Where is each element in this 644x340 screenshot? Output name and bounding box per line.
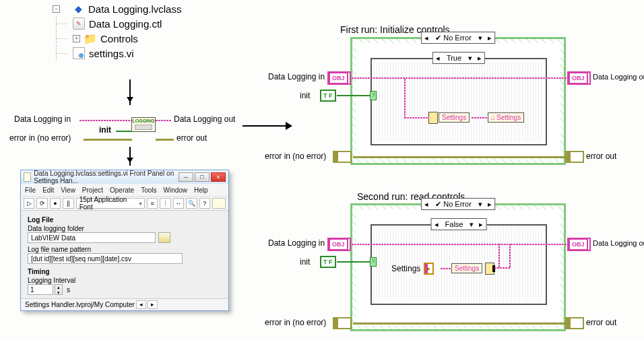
selector-next-icon[interactable]: ▸	[485, 200, 494, 209]
bd1-terminal-err-in[interactable]	[333, 151, 352, 163]
wire-icon	[404, 117, 428, 118]
browse-folder-button[interactable]	[158, 232, 170, 243]
section-timing: Timing	[28, 268, 222, 275]
project-tree: − ◆ Data Logging.lvclass ✎ Data Logging.…	[53, 1, 181, 61]
search-button[interactable]: 🔍	[186, 198, 197, 209]
status-nav-left[interactable]: ◂	[136, 300, 146, 309]
menu-edit[interactable]: Edit	[42, 186, 54, 194]
bd1-unbundle-item[interactable]: Settings	[439, 112, 470, 123]
selector-next-icon[interactable]: ▸	[475, 54, 484, 63]
wire-icon	[337, 261, 371, 263]
run-cont-button[interactable]: ⟳	[36, 198, 47, 209]
tree-item-ctl[interactable]: ✎ Data Logging.ctl	[53, 16, 181, 31]
window-title: Data Logging.lvclass:settings.vi Front P…	[34, 170, 179, 184]
selector-right-icon[interactable]: ▾	[465, 54, 475, 63]
bd1-property-node[interactable]: ⌂Settings	[488, 112, 524, 123]
cube-icon: ◆	[72, 3, 84, 15]
status-path: Settings Handler.lvproj/My Computer	[25, 301, 135, 308]
vi-icon-button[interactable]	[212, 198, 226, 209]
label-folder: Data logging folder	[28, 225, 222, 232]
selector-left-icon[interactable]: ◂	[432, 220, 441, 229]
bd1-label-in-obj: Data Logging in	[268, 72, 325, 81]
reorder-button[interactable]: ↔	[173, 198, 184, 209]
bd2-bundle-item[interactable]: Settings	[451, 263, 482, 273]
unbundle-node[interactable]	[428, 112, 438, 124]
bd2-label-err-out: error out	[586, 318, 616, 327]
pattern-field[interactable]: [dut id][test id][seq num][date].csv	[28, 253, 183, 264]
label-error-in: error in (no error)	[9, 133, 71, 143]
bd2-terminal-err-out[interactable]	[565, 317, 584, 329]
menu-project[interactable]: Project	[82, 186, 103, 194]
distribute-button[interactable]: ⋮	[160, 198, 170, 209]
expander-icon[interactable]: −	[53, 5, 60, 13]
selector-right-icon[interactable]: ▾	[467, 220, 476, 229]
bd1-label-init: init	[300, 91, 310, 100]
folder-path-field[interactable]: LabVIEW Data	[28, 232, 156, 243]
obj-border-icon	[567, 71, 591, 85]
wire-icon	[511, 244, 567, 245]
help-button[interactable]: ?	[199, 198, 210, 209]
bd1-inner-case: ◂ True ▾ ▸	[371, 58, 547, 145]
align-button[interactable]: ≡	[147, 198, 158, 209]
label-data-logging-in: Data Logging in	[14, 114, 71, 124]
bd1-terminal-err-out[interactable]	[565, 151, 584, 163]
menu-view[interactable]: View	[61, 186, 75, 194]
menu-operate[interactable]: Operate	[110, 186, 134, 194]
run-button[interactable]: ▷	[24, 198, 34, 209]
bd1-label-err-out: error out	[586, 151, 616, 161]
abort-button[interactable]: ●	[50, 198, 61, 209]
wire-icon	[337, 95, 371, 96]
menubar: File Edit View Project Operate Tools Win…	[21, 184, 228, 196]
minimize-button[interactable]: –	[179, 172, 193, 182]
flow-arrow-icon	[129, 147, 131, 166]
selector-left-icon[interactable]: ◂	[433, 54, 443, 63]
bd1-label-out-obj: Data Logging out	[593, 73, 644, 81]
status-nav-right[interactable]: ▸	[148, 300, 158, 309]
tree-label: Controls	[100, 33, 138, 44]
front-panel-window: Data Logging.lvclass:settings.vi Front P…	[20, 170, 229, 311]
bd2-local-variable[interactable]: ▸	[424, 263, 434, 275]
tree-item-controls-folder[interactable]: + 📁 Controls	[53, 31, 181, 46]
close-button[interactable]: ×	[211, 172, 226, 182]
selector-left-icon[interactable]: ◂	[422, 200, 431, 209]
tree-item-settings-vi[interactable]: settings.vi	[53, 46, 181, 61]
obj-border-icon	[567, 238, 591, 251]
wire-icon	[472, 117, 488, 118]
menu-help[interactable]: Help	[194, 186, 208, 194]
bd2-label-err-in: error in (no error)	[265, 318, 326, 327]
selector-right-icon[interactable]: ▾	[476, 34, 485, 42]
statusbar: Settings Handler.lvproj/My Computer ◂ ▸	[21, 298, 228, 310]
settings-vi-node[interactable]: LOGGING	[131, 117, 156, 132]
menu-file[interactable]: File	[25, 186, 36, 194]
bd2-terminal-init[interactable]: T F	[320, 256, 336, 268]
flow-arrow-icon	[243, 125, 286, 127]
menu-tools[interactable]: Tools	[141, 186, 156, 194]
selector-next-icon[interactable]: ▸	[485, 34, 494, 42]
bd1-inner-selector[interactable]: ◂ True ▾ ▸	[432, 52, 485, 64]
bd2-label-init: init	[300, 257, 310, 267]
bd2-label-out-obj: Data Logging out	[593, 239, 644, 247]
bd2-outer-selector[interactable]: ◂ ✔ No Error ▾ ▸	[421, 198, 495, 210]
wire-icon	[84, 139, 132, 141]
selector-left-icon[interactable]: ◂	[422, 34, 431, 42]
menu-window[interactable]: Window	[163, 186, 187, 194]
maximize-button[interactable]: □	[195, 172, 210, 182]
bundle-node[interactable]	[485, 263, 494, 275]
bd1-outer-selector[interactable]: ◂ ✔ No Error ▾ ▸	[421, 32, 495, 44]
interval-spinner[interactable]: ▴▾	[55, 284, 63, 295]
wire-icon	[353, 322, 565, 325]
tree-item-class[interactable]: − ◆ Data Logging.lvclass	[53, 1, 181, 16]
interval-field[interactable]: 1	[28, 284, 53, 295]
bd2-terminal-err-in[interactable]	[333, 317, 352, 329]
wire-icon	[509, 244, 511, 268]
bd1-terminal-init[interactable]: T F	[320, 90, 336, 102]
wire-icon	[404, 79, 406, 118]
selector-next-icon[interactable]: ▸	[476, 220, 486, 229]
titlebar: Data Logging.lvclass:settings.vi Front P…	[21, 170, 228, 184]
font-selector[interactable]: 15pt Application Font	[76, 198, 145, 209]
bd2-inner-selector[interactable]: ◂ False ▾ ▸	[431, 218, 487, 230]
pause-button[interactable]: ||	[63, 198, 73, 209]
expander-icon[interactable]: +	[73, 35, 80, 42]
interval-unit: s	[67, 286, 70, 294]
selector-right-icon[interactable]: ▾	[476, 200, 485, 209]
